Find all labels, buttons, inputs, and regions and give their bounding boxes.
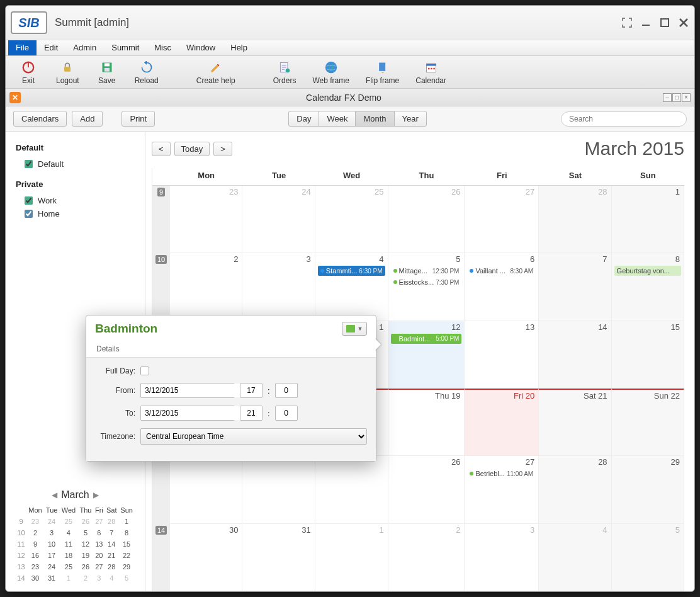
from-date-input[interactable] <box>141 384 243 397</box>
next-button[interactable]: > <box>213 142 232 156</box>
add-button[interactable]: Add <box>72 111 103 127</box>
day-cell[interactable]: 14 <box>539 321 611 389</box>
close-icon[interactable] <box>678 17 689 28</box>
tool-save[interactable]: Save <box>92 59 122 86</box>
color-picker-button[interactable]: ▼ <box>342 322 367 336</box>
calendars-button[interactable]: Calendars <box>13 111 67 127</box>
day-cell[interactable] <box>170 456 242 523</box>
tool-calendar[interactable]: Calendar <box>412 59 450 86</box>
svg-point-10 <box>325 61 337 72</box>
day-cell[interactable]: 26 <box>388 456 465 523</box>
prev-button[interactable]: < <box>152 142 171 156</box>
day-cell[interactable]: 7 <box>539 253 611 321</box>
day-cell[interactable]: 4Stammti...6:30 PM <box>315 253 388 321</box>
menu-file[interactable]: File <box>8 40 37 55</box>
day-cell[interactable]: 15 <box>612 321 684 389</box>
day-cell[interactable]: 4 <box>539 524 611 591</box>
pencil-icon <box>208 60 223 75</box>
minical-prev[interactable]: ◀ <box>52 491 57 499</box>
day-cell[interactable]: Sat 21 <box>539 389 611 456</box>
day-cell[interactable]: 12Badmint...5:00 PM <box>388 321 465 389</box>
timezone-select[interactable]: Central European Time <box>140 428 367 445</box>
chevron-down-icon: ▼ <box>358 326 363 332</box>
minical-month: March <box>61 489 89 501</box>
day-cell[interactable]: 28 <box>539 186 611 253</box>
svg-rect-0 <box>642 25 650 26</box>
day-cell[interactable]: Fri 20 <box>465 389 539 456</box>
minical-next[interactable]: ▶ <box>93 491 99 499</box>
month-title: March 2015 <box>585 138 684 159</box>
view-month[interactable]: Month <box>355 111 394 127</box>
menu-summit[interactable]: Summit <box>104 40 147 55</box>
fullday-checkbox[interactable] <box>140 367 149 375</box>
day-cell[interactable]: Sun 22 <box>612 389 684 456</box>
day-cell[interactable]: Thu 19 <box>388 389 465 456</box>
menu-help[interactable]: Help <box>223 40 255 55</box>
print-button[interactable]: Print <box>121 111 155 127</box>
view-year[interactable]: Year <box>394 111 427 127</box>
minimize-icon[interactable] <box>640 17 652 28</box>
fullscreen-icon[interactable] <box>621 17 633 28</box>
sub-minimize-icon[interactable]: – <box>663 93 672 102</box>
svg-rect-1 <box>661 19 669 26</box>
tz-label: Timezone: <box>95 432 135 441</box>
tool-orders[interactable]: Orders <box>269 59 300 86</box>
view-week[interactable]: Week <box>319 111 356 127</box>
day-cell[interactable]: 31 <box>242 524 315 591</box>
day-cell[interactable]: 3 <box>465 524 539 591</box>
minical-table[interactable]: MonTueWedThuFriSatSun9232425262728110234… <box>16 504 135 584</box>
day-cell[interactable]: 8Geburtstag von... <box>612 253 684 321</box>
from-hour-input[interactable] <box>240 383 262 398</box>
cal-default[interactable]: Default <box>16 157 135 171</box>
today-button[interactable]: Today <box>174 142 210 156</box>
day-cell[interactable]: 27Betriebl...11:00 AM <box>465 456 539 523</box>
menu-misc[interactable]: Misc <box>147 40 179 55</box>
flip-icon <box>375 60 390 75</box>
to-min-input[interactable] <box>275 406 298 421</box>
search-input[interactable] <box>561 111 687 127</box>
day-cell[interactable]: 6Vaillant ...8:30 AM <box>465 253 539 321</box>
day-cell[interactable]: 23 <box>170 186 242 253</box>
day-cell[interactable]: 1 <box>612 186 684 253</box>
menu-window[interactable]: Window <box>179 40 223 55</box>
svg-rect-11 <box>379 62 385 71</box>
day-cell[interactable]: 13 <box>465 321 539 389</box>
day-cell[interactable]: 3 <box>242 253 315 321</box>
sub-close-icon[interactable]: × <box>682 93 691 102</box>
tool-web-frame[interactable]: Web frame <box>308 59 353 86</box>
day-cell[interactable]: 26 <box>388 186 465 253</box>
day-cell[interactable]: 1 <box>315 524 388 591</box>
day-cell[interactable]: 24 <box>242 186 315 253</box>
tool-reload[interactable]: Reload <box>131 59 162 86</box>
subwindow-close-icon[interactable]: ✕ <box>9 92 21 103</box>
menu-admin[interactable]: Admin <box>65 40 104 55</box>
tool-create-help[interactable]: Create help <box>193 59 239 86</box>
from-min-input[interactable] <box>275 383 298 398</box>
tab-details[interactable]: Details <box>95 342 121 357</box>
day-cell[interactable]: 27 <box>465 186 539 253</box>
tool-logout[interactable]: Logout <box>52 59 83 86</box>
mini-calendar: ◀ March ▶ MonTueWedThuFriSatSun923242526… <box>16 489 135 584</box>
day-cell[interactable] <box>242 456 315 523</box>
maximize-icon[interactable] <box>659 17 670 28</box>
cal-work[interactable]: Work <box>16 194 135 207</box>
tool-exit[interactable]: Exit <box>13 59 43 86</box>
sub-maximize-icon[interactable]: □ <box>672 93 681 102</box>
tool-flip-frame[interactable]: Flip frame <box>362 59 403 86</box>
view-day[interactable]: Day <box>288 111 319 127</box>
day-cell[interactable]: 28 <box>539 456 611 523</box>
day-cell[interactable]: 5Mittage...12:30 PMEisstocks...7:30 PM <box>388 253 465 321</box>
day-cell[interactable]: 2 <box>388 524 465 591</box>
to-date-input[interactable] <box>141 406 243 420</box>
day-cell[interactable]: 2 <box>170 253 242 321</box>
to-hour-input[interactable] <box>240 406 262 421</box>
controls-bar: Calendars Add Print Day Week Month Year <box>6 106 694 132</box>
cal-home[interactable]: Home <box>16 207 135 220</box>
day-cell[interactable]: 5 <box>612 524 684 591</box>
day-cell[interactable]: 30 <box>170 524 242 591</box>
day-cell[interactable]: 25 <box>315 186 388 253</box>
day-cell[interactable] <box>315 456 388 523</box>
menu-edit[interactable]: Edit <box>37 40 65 55</box>
to-label: To: <box>95 409 135 418</box>
day-cell[interactable]: 29 <box>612 456 684 523</box>
